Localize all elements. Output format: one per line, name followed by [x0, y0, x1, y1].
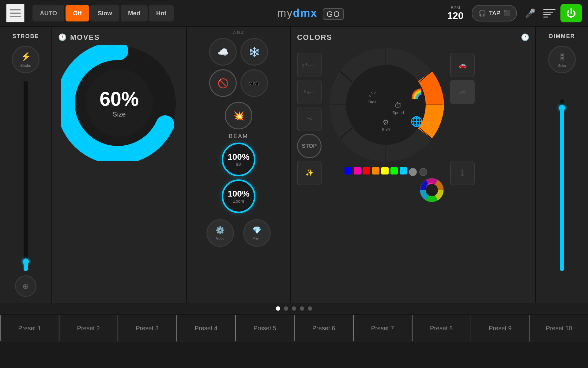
size-percent: 60%	[100, 88, 139, 110]
preset-7-button[interactable]: Preset 7	[353, 315, 412, 342]
hamburger-button[interactable]	[6, 4, 24, 22]
knob-center-text: 60% Size	[100, 88, 139, 118]
colors-clock-icon: 🕐	[521, 33, 529, 41]
svg-text:⏱: ⏱	[394, 101, 402, 109]
toggle-active-button[interactable]	[409, 168, 417, 176]
iris-label: Iris	[236, 162, 242, 167]
alert-effect-button[interactable]: 💥	[225, 102, 252, 129]
strobe-button[interactable]: ⚡ Strobe	[12, 46, 40, 73]
strobe-label: Strobe	[20, 63, 31, 68]
arrows-left-icon: ⇄	[302, 61, 307, 69]
color-wheel-svg[interactable]: ☄ Fade ⏱ Speed ⚙ Shift 🌈 🌐	[328, 47, 444, 163]
color-swatch-bar	[345, 166, 427, 176]
strobe-slider-thumb	[23, 259, 29, 265]
svg-text:🌈: 🌈	[410, 88, 423, 100]
preset-8-button[interactable]: Preset 8	[412, 315, 471, 342]
speed-slow-button[interactable]: Slow	[90, 5, 119, 21]
prism-icon: 💎	[252, 226, 262, 235]
toggle-icon: ⬛	[503, 10, 510, 17]
cloud-effect-button[interactable]: ☁️	[209, 38, 237, 66]
subs-button[interactable]: 🎛 Subs	[548, 46, 576, 73]
page-dot-4[interactable]	[300, 306, 304, 311]
strobe-slider[interactable]	[24, 81, 28, 271]
preset-5-button[interactable]: Preset 5	[235, 315, 294, 342]
preset-2-button[interactable]: Preset 2	[59, 315, 118, 342]
swatch-orange[interactable]	[372, 167, 379, 174]
swatch-green[interactable]	[390, 167, 398, 174]
size-knob-container[interactable]: 60% Size	[61, 45, 177, 161]
prism-label: Prism	[253, 236, 261, 240]
tap-button[interactable]: 🎧 TAP ⬛	[472, 5, 517, 21]
preset-6-button[interactable]: Preset 6	[294, 315, 353, 342]
main-area: STROBE ⚡ Strobe ⊕ 🕐 MOVES	[0, 27, 588, 303]
strobe-title: STROBE	[12, 33, 39, 40]
dj-table-button[interactable]: 🎛	[450, 161, 475, 185]
dimmer-fill	[560, 108, 564, 271]
zoom-percent: 100%	[228, 189, 250, 199]
speed-med-button[interactable]: Med	[121, 5, 148, 21]
mic-icon: 🎤	[525, 8, 536, 18]
cancel-icon: 🚫	[217, 78, 229, 89]
page-dot-1[interactable]	[276, 306, 280, 311]
gobo-button[interactable]: ⚙️ Gobo	[206, 219, 234, 247]
speed-hot-button[interactable]: Hot	[149, 5, 174, 21]
cloud-icon: ☁️	[217, 47, 229, 57]
speed-off-button[interactable]: Off	[66, 5, 89, 21]
right-outer-icons: 🚗 🏎 🎛	[450, 47, 475, 185]
sparkles-icon: ✨	[305, 169, 314, 177]
arrows-right-button[interactable]: ⇆ ●○○	[297, 80, 322, 104]
glasses-effect-button[interactable]: 🕶️	[240, 69, 268, 97]
swatch-blue[interactable]	[345, 167, 352, 174]
preset-10-button[interactable]: Preset 10	[530, 315, 588, 342]
car-top-button[interactable]: 🚗	[450, 53, 475, 77]
crosshair-button[interactable]: ⊕	[15, 275, 36, 297]
preset-1-button[interactable]: Preset 1	[0, 315, 59, 342]
mini-color-wheel[interactable]: 🎨	[420, 178, 444, 202]
iris-percent: 100%	[228, 152, 250, 162]
size-label: Size	[100, 110, 139, 118]
arrows-left-button[interactable]: ⇄ ●●○○○	[297, 53, 322, 77]
colors-header: COLORS 🕐	[297, 33, 529, 42]
dimmer-slider[interactable]	[560, 99, 564, 271]
svg-text:☄: ☄	[368, 90, 376, 99]
zoom-knob[interactable]: 100% Zoom	[222, 179, 255, 213]
preset-4-button[interactable]: Preset 4	[176, 315, 235, 342]
stop-button[interactable]: STOP	[297, 134, 322, 158]
svg-text:Speed: Speed	[392, 110, 404, 115]
preset-9-button[interactable]: Preset 9	[471, 315, 530, 342]
moves-panel: 🕐 MOVES 60% Size	[52, 27, 187, 303]
mic-button[interactable]: 🎤	[522, 5, 538, 21]
swatch-red[interactable]	[363, 167, 370, 174]
swatch-pink[interactable]	[354, 167, 361, 174]
bpm-value: 120	[447, 10, 463, 21]
cancel-effect-button[interactable]: 🚫	[209, 69, 237, 97]
gobo-icon: ⚙️	[216, 226, 225, 235]
snowflake-effect-button[interactable]: ❄️	[240, 38, 268, 66]
scissors-icon: ✂	[307, 115, 312, 123]
power-button[interactable]: ⏻	[560, 4, 582, 22]
car-side-button[interactable]: 🏎	[450, 80, 475, 104]
swatch-cyan[interactable]	[400, 167, 407, 174]
volume-bars-button[interactable]	[543, 5, 556, 21]
speed-auto-button[interactable]: AUTO	[32, 5, 64, 21]
dimmer-title: DIMMER	[549, 33, 575, 40]
iris-knob[interactable]: 100% Iris	[222, 143, 255, 176]
prism-button[interactable]: 💎 Prism	[243, 219, 271, 247]
zoom-label: Zoom	[233, 199, 244, 204]
clock-icon: 🕐	[58, 33, 66, 41]
svg-point-22	[426, 184, 438, 196]
page-dot-5[interactable]	[308, 306, 312, 311]
glasses-icon: 🕶️	[249, 78, 260, 89]
page-dot-2[interactable]	[284, 306, 288, 311]
swatch-yellow[interactable]	[381, 167, 389, 174]
lightning-icon: ⚡	[21, 52, 31, 62]
colors-clock-button[interactable]: 🕐	[521, 33, 529, 41]
scissors-button[interactable]: ✂	[297, 107, 322, 131]
toggle-inactive-button[interactable]	[419, 168, 427, 176]
tap-label: TAP	[489, 10, 500, 17]
sparkles-button[interactable]: ✨	[297, 161, 322, 185]
page-dot-3[interactable]	[292, 306, 296, 311]
preset-3-button[interactable]: Preset 3	[118, 315, 176, 342]
beam-panel: ADJ ☁️ ❄️ 🚫 🕶️ 💥 BEAM 100% Iris 100%	[187, 27, 291, 303]
preset-bar: Preset 1 Preset 2 Preset 3 Preset 4 Pres…	[0, 314, 588, 342]
